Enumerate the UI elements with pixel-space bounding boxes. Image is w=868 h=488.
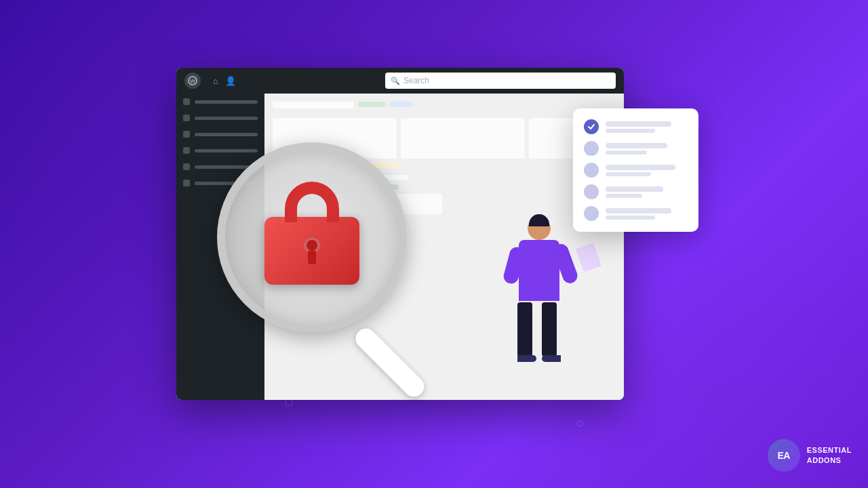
lock-keyhole-bottom: [308, 251, 316, 264]
person-arm-left: [502, 245, 526, 285]
user-icon: 👤: [225, 76, 236, 86]
lock-keyhole: [302, 237, 321, 264]
person-body: [519, 240, 559, 301]
lock-shackle: [285, 182, 339, 222]
person-head: [528, 217, 551, 240]
wp-logo: [184, 73, 201, 89]
person-foot-left: [517, 355, 536, 362]
check-lines-5: [606, 208, 688, 220]
check-line-3b: [606, 172, 651, 176]
check-circle-1: [584, 119, 599, 134]
check-lines-4: [606, 186, 688, 198]
search-bar[interactable]: 🔍 Search: [385, 73, 616, 89]
check-line-1a: [606, 121, 671, 127]
content-title: [273, 102, 354, 108]
sidebar-icon-pages: [183, 147, 190, 154]
ea-logo-text: EA: [778, 450, 790, 461]
search-placeholder-text: Search: [403, 76, 429, 85]
illustration-container: ⌂ 👤 🔍 Search: [176, 54, 692, 434]
checklist-item-2: [584, 141, 688, 156]
lock-body: [264, 217, 359, 285]
sidebar-item-comments[interactable]: [176, 126, 264, 142]
checklist-item-4: [584, 184, 688, 199]
check-circle-3: [584, 163, 599, 178]
person-leg-left: [517, 302, 532, 357]
check-line-2a: [606, 143, 667, 148]
check-line-4a: [606, 186, 663, 192]
sidebar-icon-posts: [183, 115, 190, 121]
checkmark-icon: [587, 123, 595, 131]
content-header: [273, 102, 616, 108]
check-circle-4: [584, 184, 599, 199]
sidebar-icon-home: [183, 98, 190, 105]
ea-brand-line1: ESSENTIAL: [807, 445, 852, 455]
search-icon: 🔍: [391, 77, 400, 85]
sidebar-icon-settings: [183, 180, 190, 186]
person-leg-right: [542, 302, 557, 357]
check-line-5b: [606, 216, 655, 220]
magnifying-glass: [217, 142, 448, 373]
person-arm-right: [551, 242, 579, 285]
home-icon: ⌂: [213, 76, 218, 86]
sidebar-icon-comments: [183, 131, 190, 138]
content-tag-blue: [389, 102, 413, 107]
magnify-lens: [217, 142, 407, 332]
person-illustration: [498, 217, 580, 420]
sidebar-label-posts: [195, 117, 258, 120]
sidebar-icon-users: [183, 163, 190, 170]
check-line-1b: [606, 129, 655, 133]
check-lines-2: [606, 143, 688, 155]
check-line-2b: [606, 150, 647, 155]
check-circle-2: [584, 141, 599, 156]
checklist-item-1: [584, 119, 688, 134]
check-circle-5: [584, 206, 599, 221]
person-legs: [498, 302, 580, 362]
content-tag-green: [358, 102, 385, 107]
check-lines-1: [606, 121, 688, 133]
sidebar-item-dashboard[interactable]: [176, 94, 264, 110]
sidebar-label-dashboard: [195, 100, 258, 104]
check-line-4b: [606, 194, 642, 198]
wp-admin-bar: ⌂ 👤 🔍 Search: [176, 68, 624, 94]
ea-branding: EA ESSENTIAL ADDONS: [768, 439, 852, 472]
ea-brand-name: ESSENTIAL ADDONS: [807, 445, 852, 466]
checklist-item-3: [584, 163, 688, 178]
lock-illustration: [258, 176, 366, 298]
check-line-3a: [606, 165, 675, 170]
wp-logo-inner: [188, 76, 197, 85]
admin-bar-icons: ⌂ 👤: [213, 76, 236, 86]
ea-brand-line2: ADDONS: [807, 455, 852, 466]
checklist-item-5: [584, 206, 688, 221]
sidebar-label-comments: [195, 133, 258, 136]
check-lines-3: [606, 165, 688, 176]
person-foot-right: [542, 355, 561, 362]
sidebar-item-posts[interactable]: [176, 110, 264, 126]
check-line-5a: [606, 208, 671, 214]
checklist-card: [573, 108, 698, 232]
ea-logo-circle: EA: [768, 439, 800, 472]
